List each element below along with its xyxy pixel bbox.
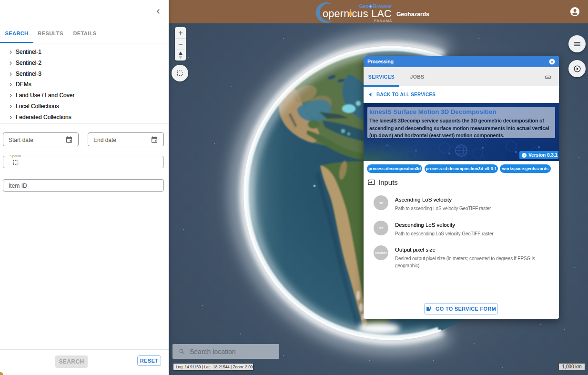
svg-text:PANAMÁ: PANAMÁ	[374, 19, 392, 23]
svg-text:opernicus LAC: opernicus LAC	[323, 8, 392, 20]
svg-text:Geo: Geo	[359, 4, 368, 9]
svg-text:Browser: Browser	[373, 4, 392, 9]
